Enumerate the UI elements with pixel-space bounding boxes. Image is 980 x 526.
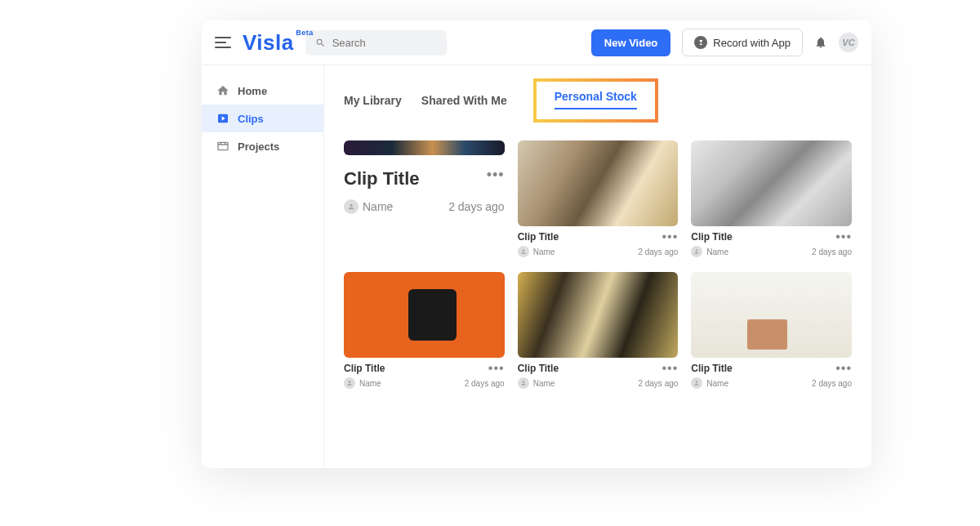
clip-card[interactable]: Clip Title ••• Name 2 days ago: [344, 140, 505, 257]
more-icon[interactable]: •••: [487, 171, 505, 179]
clip-time: 2 days ago: [465, 379, 505, 388]
clip-card[interactable]: Clip Title ••• Name 2 days ago: [691, 140, 852, 257]
clip-author: Name: [706, 379, 728, 388]
home-icon: [216, 84, 229, 97]
tab-shared-with-me[interactable]: Shared With Me: [421, 89, 507, 112]
more-icon[interactable]: •••: [835, 233, 852, 241]
sidebar-item-label: Clips: [238, 113, 264, 125]
clip-title: Clip Title: [518, 231, 559, 243]
clip-card[interactable]: Clip Title ••• Name 2 days ago: [691, 272, 852, 389]
projects-icon: [216, 140, 229, 153]
search-icon: [315, 37, 326, 49]
notifications-icon[interactable]: [814, 35, 827, 50]
svg-point-7: [696, 249, 698, 252]
user-icon: [518, 377, 529, 389]
clip-time: 2 days ago: [638, 247, 678, 256]
clip-title: Clip Title: [344, 363, 385, 374]
sidebar: Home Clips Projects: [202, 65, 324, 468]
user-icon: [518, 246, 529, 257]
svg-point-6: [522, 249, 524, 252]
content: Clip Title ••• Name 2 days ago: [324, 123, 871, 468]
sidebar-item-label: Home: [238, 85, 267, 97]
clip-title: Clip Title: [344, 168, 420, 189]
avatar[interactable]: VC: [839, 33, 858, 52]
more-icon[interactable]: •••: [662, 233, 679, 241]
clip-icon: [216, 112, 229, 125]
user-icon: [691, 377, 702, 389]
clip-thumbnail: [691, 272, 852, 358]
clip-thumbnail: [344, 140, 505, 155]
clips-grid: Clip Title ••• Name 2 days ago: [344, 140, 852, 389]
clip-author: Name: [706, 247, 728, 256]
search-input[interactable]: [332, 37, 437, 49]
clip-title: Clip Title: [518, 363, 559, 374]
svg-point-5: [350, 204, 352, 207]
tabs: My Library Shared With Me Personal Stock: [324, 65, 871, 123]
search-box[interactable]: [305, 30, 447, 56]
clip-title: Clip Title: [691, 231, 732, 243]
svg-point-10: [696, 381, 698, 383]
top-bar: VislaBeta New Video Record with App VC: [202, 20, 871, 65]
clip-author: Name: [363, 200, 393, 213]
sidebar-item-projects[interactable]: Projects: [202, 132, 323, 160]
tab-underline: [555, 108, 637, 109]
user-icon: [344, 377, 355, 389]
logo: VislaBeta: [243, 30, 294, 56]
main: My Library Shared With Me Personal Stock…: [324, 65, 871, 468]
tab-my-library[interactable]: My Library: [344, 89, 402, 112]
sidebar-item-label: Projects: [238, 140, 279, 153]
record-label: Record with App: [713, 37, 791, 49]
menu-icon[interactable]: [215, 37, 231, 48]
app-window: VislaBeta New Video Record with App VC H…: [202, 20, 871, 468]
clip-card[interactable]: Clip Title ••• Name 2 days ago: [518, 272, 679, 389]
clip-thumbnail: [691, 140, 852, 226]
svg-point-8: [349, 381, 351, 383]
clip-author: Name: [533, 379, 555, 388]
clip-thumbnail: [518, 140, 679, 226]
tab-personal-stock[interactable]: Personal Stock: [533, 78, 658, 123]
more-icon[interactable]: •••: [662, 364, 679, 372]
user-icon: [691, 246, 702, 257]
more-icon[interactable]: •••: [835, 364, 852, 372]
clip-time: 2 days ago: [812, 247, 852, 256]
clip-title: Clip Title: [691, 363, 732, 374]
more-icon[interactable]: •••: [488, 364, 505, 372]
user-icon: [344, 199, 359, 214]
clip-card[interactable]: Clip Title ••• Name 2 days ago: [518, 140, 679, 257]
clip-time: 2 days ago: [812, 379, 852, 388]
clip-card[interactable]: Clip Title ••• Name 2 days ago: [344, 272, 505, 389]
svg-rect-1: [218, 142, 228, 149]
sidebar-item-home[interactable]: Home: [202, 77, 323, 105]
body: Home Clips Projects My Library Shared Wi…: [202, 65, 871, 468]
clip-thumbnail: [344, 272, 505, 358]
clip-author: Name: [533, 247, 555, 256]
clip-time: 2 days ago: [448, 199, 505, 216]
record-with-app-button[interactable]: Record with App: [682, 29, 803, 56]
clip-author: Name: [359, 379, 381, 388]
clip-time: 2 days ago: [638, 379, 678, 388]
download-icon: [694, 36, 707, 49]
tab-label: Personal Stock: [555, 90, 637, 103]
svg-point-9: [522, 381, 524, 383]
new-video-button[interactable]: New Video: [591, 29, 671, 56]
sidebar-item-clips[interactable]: Clips: [202, 105, 323, 132]
beta-badge: Beta: [296, 29, 314, 37]
logo-text: Visla: [243, 30, 294, 55]
clip-thumbnail: [518, 272, 679, 358]
